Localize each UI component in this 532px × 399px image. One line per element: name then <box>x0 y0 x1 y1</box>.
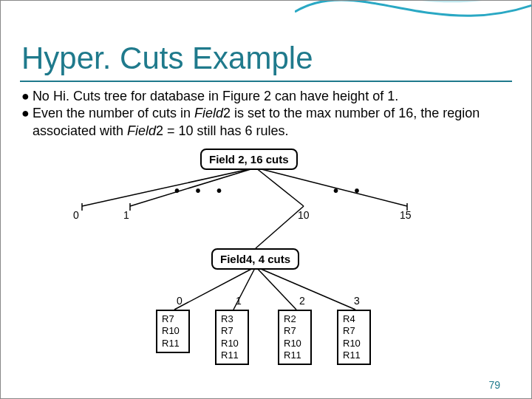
tree-diagram: Field 2, 16 cuts 0 1 10 15 • • • • • Fie… <box>60 149 474 378</box>
root-node: Field 2, 16 cuts <box>200 149 298 170</box>
page-number: 79 <box>488 379 500 391</box>
leaf-node: R7 R10 R11 <box>156 310 190 353</box>
leaf-node: R4 R7 R10 R11 <box>337 310 371 365</box>
title-underline <box>20 81 512 82</box>
bullet-text: No Hi. Cuts tree for database in Figure … <box>33 88 512 105</box>
bullet-list: ● No Hi. Cuts tree for database in Figur… <box>21 88 512 140</box>
edge-label: 1 <box>236 295 242 307</box>
svg-line-3 <box>256 168 407 206</box>
edge-label: 10 <box>298 209 310 221</box>
edge-label: 1 <box>123 209 129 221</box>
svg-line-11 <box>256 267 355 310</box>
bullet-icon: ● <box>21 105 30 122</box>
svg-line-10 <box>256 267 296 310</box>
svg-line-8 <box>174 267 256 310</box>
mid-node: Field4, 4 cuts <box>211 248 299 270</box>
svg-line-0 <box>82 168 256 206</box>
edge-label: 0 <box>177 295 183 307</box>
svg-line-7 <box>256 206 304 248</box>
ellipsis-icon: • • • <box>174 183 228 200</box>
wave-decoration <box>295 0 532 75</box>
bullet-text: Even the number of cuts in Field2 is set… <box>33 105 512 140</box>
bullet-item: ● Even the number of cuts in Field2 is s… <box>21 105 512 140</box>
edge-label: 3 <box>354 295 360 307</box>
ellipsis-icon: • • <box>333 183 366 200</box>
bullet-item: ● No Hi. Cuts tree for database in Figur… <box>21 88 512 105</box>
slide-title: Hyper. Cuts Example <box>21 41 313 76</box>
leaf-node: R3 R7 R10 R11 <box>215 310 249 365</box>
edge-label: 2 <box>299 295 305 307</box>
bullet-icon: ● <box>21 88 30 105</box>
edge-label: 15 <box>400 209 412 221</box>
edge-label: 0 <box>73 209 79 221</box>
leaf-node: R2 R7 R10 R11 <box>278 310 312 365</box>
